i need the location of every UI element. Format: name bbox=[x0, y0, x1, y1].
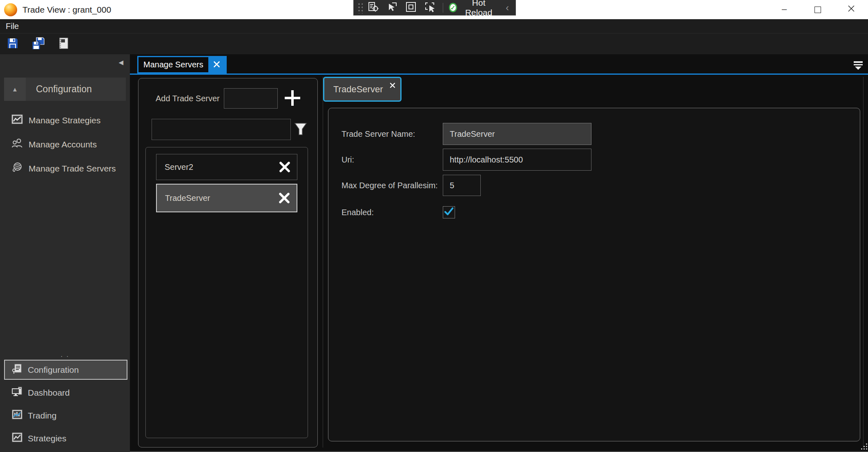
check-icon bbox=[444, 207, 454, 218]
server-list: Server2 TradeServer bbox=[145, 147, 308, 438]
tab-close-button[interactable] bbox=[208, 57, 225, 72]
app-toolbar bbox=[0, 33, 868, 54]
log-journal-button[interactable] bbox=[58, 37, 70, 51]
expander-title: Configuration bbox=[36, 84, 92, 95]
tab-label: Manage Servers bbox=[138, 57, 208, 72]
select-element-icon bbox=[424, 1, 435, 14]
max-parallelism-label: Max Degree of Parallesim: bbox=[341, 181, 443, 190]
sidebar-collapse-button[interactable]: ◀ bbox=[118, 59, 123, 66]
select-element-app-button[interactable] bbox=[424, 1, 435, 14]
nav-item-configuration[interactable]: Configuration bbox=[4, 360, 127, 380]
layout-adorners-button[interactable] bbox=[405, 1, 417, 14]
sidebar-item-manage-accounts[interactable]: Manage Accounts bbox=[11, 137, 130, 151]
nav-item-label: Configuration bbox=[28, 365, 79, 375]
strategies-chart-icon bbox=[11, 113, 23, 127]
tab-tradeserver[interactable]: TradeServer bbox=[323, 77, 402, 102]
form-row-name: Trade Server Name: bbox=[341, 123, 860, 145]
uri-label: Uri: bbox=[341, 155, 443, 165]
minimize-button[interactable]: ─ bbox=[768, 0, 801, 19]
strategies-icon bbox=[11, 432, 23, 445]
delete-server-button[interactable] bbox=[278, 191, 291, 205]
tab-list-icon bbox=[854, 61, 863, 63]
nav-item-label: Strategies bbox=[28, 434, 67, 443]
debug-toolbar-collapse-button[interactable]: ‹ bbox=[503, 2, 511, 14]
journal-icon bbox=[58, 37, 70, 51]
close-icon bbox=[213, 61, 220, 69]
accounts-people-icon bbox=[11, 137, 23, 151]
app-body: ◀ ▲ Configuration Manage Strategies bbox=[0, 54, 868, 452]
menubar: File bbox=[0, 19, 868, 33]
hot-reload-button[interactable]: ✓ Hot Reload bbox=[449, 0, 497, 18]
form-row-parallelism: Max Degree of Parallesim: bbox=[341, 174, 860, 196]
trading-icon bbox=[11, 409, 23, 422]
server-settings-groupbox: Trade Server Name: Uri: Max Degree of Pa… bbox=[328, 108, 860, 441]
nav-item-trading[interactable]: Trading bbox=[4, 405, 127, 425]
sidebar-bottom-nav: · · Configuration bbox=[0, 354, 130, 452]
sidebar: ◀ ▲ Configuration Manage Strategies bbox=[0, 54, 130, 452]
save-button[interactable] bbox=[6, 37, 19, 51]
main-area: Manage Servers Add Trade S bbox=[130, 54, 868, 452]
save-all-icon bbox=[31, 37, 45, 51]
drag-grip-icon[interactable] bbox=[357, 2, 363, 13]
sidebar-item-manage-trade-servers[interactable]: Manage Trade Servers bbox=[11, 161, 130, 176]
manage-servers-content: Add Trade Server bbox=[130, 75, 868, 451]
server-name: Server2 bbox=[165, 163, 278, 172]
window-title: Trade View : grant_000 bbox=[22, 5, 111, 15]
server-manager-panel: Add Trade Server bbox=[138, 78, 318, 448]
save-icon bbox=[6, 37, 19, 51]
expander-collapse-icon[interactable]: ▲ bbox=[4, 78, 26, 101]
nav-item-label: Dashboard bbox=[28, 388, 70, 398]
menu-file[interactable]: File bbox=[0, 22, 25, 31]
filter-funnel-icon bbox=[293, 121, 308, 138]
selection-cursor-icon bbox=[386, 1, 398, 14]
live-visual-tree-icon bbox=[368, 1, 379, 14]
configuration-expander[interactable]: ▲ Configuration bbox=[4, 78, 126, 101]
server-list-item[interactable]: Server2 bbox=[156, 154, 297, 180]
toolbar-separator bbox=[443, 3, 443, 13]
save-all-button[interactable] bbox=[31, 37, 45, 51]
document-tabstrip: Manage Servers bbox=[130, 54, 868, 75]
nav-item-dashboard[interactable]: Dashboard bbox=[4, 383, 127, 403]
filter-servers-input[interactable] bbox=[152, 119, 291, 140]
debug-toolbar: ✓ Hot Reload ‹ bbox=[353, 0, 516, 16]
sidebar-item-label: Manage Trade Servers bbox=[29, 164, 116, 174]
tab-label: TradeServer bbox=[333, 84, 383, 95]
enable-selection-button[interactable] bbox=[386, 1, 398, 14]
form-row-uri: Uri: bbox=[341, 149, 860, 171]
tab-manage-servers[interactable]: Manage Servers bbox=[137, 56, 227, 73]
delete-server-button[interactable] bbox=[278, 160, 291, 174]
hot-reload-check-icon: ✓ bbox=[449, 3, 457, 12]
close-icon bbox=[390, 82, 395, 89]
tab-close-button[interactable] bbox=[390, 82, 395, 89]
sidebar-item-label: Manage Strategies bbox=[29, 116, 100, 125]
max-parallelism-input[interactable] bbox=[443, 175, 481, 196]
sidebar-item-label: Manage Accounts bbox=[29, 140, 97, 149]
configuration-icon bbox=[11, 363, 23, 376]
server-list-item-selected[interactable]: TradeServer bbox=[156, 184, 297, 212]
trade-server-name-label: Trade Server Name: bbox=[341, 129, 443, 139]
close-icon bbox=[848, 5, 855, 14]
splitter-handle[interactable]: · · bbox=[60, 354, 69, 358]
uri-input[interactable] bbox=[443, 149, 591, 171]
trade-server-name-input[interactable] bbox=[443, 123, 591, 145]
layout-adorners-icon bbox=[405, 1, 417, 14]
nav-item-label: Trading bbox=[28, 411, 56, 421]
maximize-icon bbox=[814, 7, 821, 13]
resize-grip[interactable] bbox=[860, 443, 868, 452]
nav-item-strategies[interactable]: Strategies bbox=[4, 428, 127, 448]
add-server-input[interactable] bbox=[224, 88, 278, 109]
titlebar: Trade View : grant_000 bbox=[0, 0, 868, 19]
filter-row bbox=[152, 119, 317, 140]
filter-button[interactable] bbox=[293, 121, 308, 138]
add-server-button[interactable] bbox=[283, 89, 302, 108]
enabled-checkbox[interactable] bbox=[443, 206, 455, 218]
tab-list-dropdown-button[interactable] bbox=[854, 61, 863, 70]
close-button[interactable] bbox=[835, 0, 868, 19]
add-server-label: Add Trade Server bbox=[156, 94, 220, 103]
server-name: TradeServer bbox=[165, 194, 278, 203]
live-visual-tree-button[interactable] bbox=[368, 1, 379, 14]
dashboard-icon bbox=[11, 386, 23, 399]
maximize-button[interactable] bbox=[801, 0, 835, 19]
sidebar-items: Manage Strategies Manage Accounts bbox=[0, 113, 130, 176]
sidebar-item-manage-strategies[interactable]: Manage Strategies bbox=[11, 113, 130, 127]
